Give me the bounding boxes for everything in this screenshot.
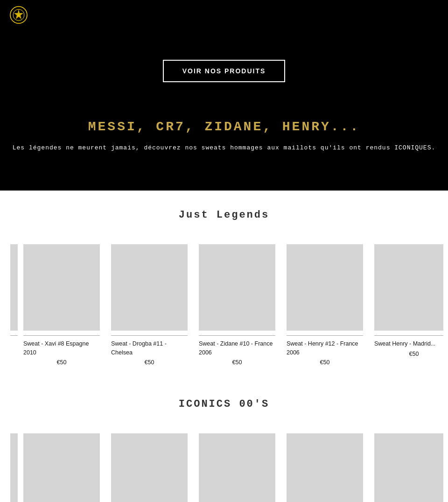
just-legends-section: Just Legends [0,191,448,244]
iconics-products-row: 0 - Sweat - Zidane #5 - Real Madrid €50 … [0,433,448,502]
product-name: Sweat - Drogba #11 - Chelsea [111,339,188,357]
product-image [287,244,363,331]
product-card[interactable]: Sweat - Drogba #11 - Chelsea €50 [105,244,193,366]
product-name: Sweat - Henry #12 - France 2006 [287,339,363,357]
product-image [199,433,275,502]
hero-subtitle: Les légendes ne meurent jamais, découvre… [9,143,439,153]
product-price: €50 [23,359,100,366]
product-card[interactable]: Sweat - CR7 #7 - Manchester United €50 [193,433,281,502]
product-price-partial: €50 [374,351,443,357]
svg-text:JL: JL [17,14,21,17]
hero-section: VOIR NOS PRODUITS MESSI, CR7, ZIDANE, HE… [0,32,448,191]
product-price: €50 [199,359,275,366]
product-image [111,244,188,331]
hero-title: MESSI, CR7, ZIDANE, HENRY... [9,120,439,134]
product-image [23,244,100,331]
product-image [287,433,363,502]
product-card[interactable]: Sweat - Henry #14 - Arsenal €50 [105,433,193,502]
product-card[interactable]: Sweat - Zidane #5 - Real Madrid €50 [18,433,105,502]
product-name-partial: Sweat Henry - Madrid... [374,339,443,348]
product-card[interactable]: Sweat - Xavi #8 Espagne 2010 €50 [18,244,105,366]
just-legends-title: Just Legends [9,209,439,221]
product-name: Sweat - Xavi #8 Espagne 2010 [23,339,100,357]
voir-produits-button[interactable]: VOIR NOS PRODUITS [163,60,286,82]
product-price: €50 [287,359,363,366]
product-card[interactable]: Sweat - Zidane #10 - France 2006 €50 [193,244,281,366]
product-card[interactable]: Sweat - Messi #10 - FC Barcelone €50 [281,433,369,502]
site-header: JL [0,0,448,32]
product-image [23,433,100,502]
logo[interactable]: JL [9,6,28,26]
product-name: Sweat - Zidane #10 - France 2006 [199,339,275,357]
iconics-title: ICONICS 00'S [9,398,439,410]
product-image [199,244,275,331]
product-card[interactable]: Sweat - Henry #12 - France 2006 €50 [281,244,369,366]
iconics-section: ICONICS 00'S [0,380,448,433]
just-legends-products-row: Sweat - Xavi #8 Espagne 2010 €50 Sweat -… [0,244,448,380]
product-price: €50 [111,359,188,366]
product-image [111,433,188,502]
